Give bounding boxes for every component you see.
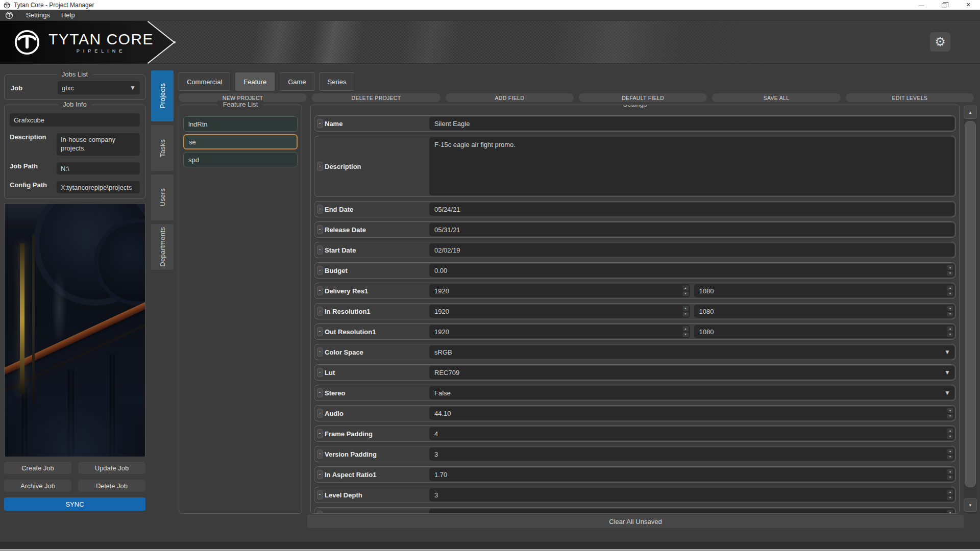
spinner-up-icon[interactable]: ▲	[947, 306, 953, 311]
collapse-row-button[interactable]: -	[317, 347, 323, 357]
stepper[interactable]: ▲▼	[947, 469, 953, 480]
collapse-row-button[interactable]: -	[317, 429, 323, 438]
spinner-up-icon[interactable]: ▲	[947, 489, 953, 495]
settings-value-field[interactable]: 05/24/21	[429, 203, 954, 216]
collapse-row-button[interactable]: -	[317, 327, 323, 336]
settings-value-field[interactable]: 44.10▲▼	[429, 407, 954, 420]
clear-all-unsaved-button[interactable]: Clear All Unsaved	[307, 515, 964, 528]
feature-list-item[interactable]: lndRtn	[183, 116, 298, 132]
tab-projects[interactable]: Projects	[151, 70, 174, 121]
tab-game[interactable]: Game	[280, 72, 314, 91]
stepper[interactable]: ▲▼	[682, 326, 689, 337]
delete-project-button[interactable]: DELETE PROJECT	[312, 93, 440, 102]
default-field-button[interactable]: DEFAULT FIELD	[579, 93, 707, 102]
collapse-row-button[interactable]: -	[317, 449, 323, 459]
spinner-up-icon[interactable]: ▲	[947, 428, 953, 434]
settings-value-field[interactable]: Silent Eagle	[429, 117, 954, 130]
collapse-row-button[interactable]: -	[317, 286, 323, 295]
stepper[interactable]: ▲▼	[947, 428, 953, 439]
collapse-row-button[interactable]: -	[317, 368, 323, 377]
stepper[interactable]: ▲▼	[947, 408, 953, 419]
feature-list-item[interactable]: spd	[183, 152, 298, 167]
spinner-up-icon[interactable]: ▲	[682, 285, 689, 291]
settings-value-field[interactable]: 3▲▼	[429, 447, 954, 461]
settings-value-field[interactable]: False▼	[429, 386, 954, 399]
stepper[interactable]: ▲▼	[947, 265, 953, 276]
spinner-down-icon[interactable]: ▼	[947, 291, 953, 297]
spinner-down-icon[interactable]: ▼	[947, 475, 953, 481]
spinner-down-icon[interactable]: ▼	[947, 332, 953, 338]
job-path-input[interactable]: N:\	[57, 162, 140, 174]
menu-item-settings[interactable]: Settings	[20, 10, 56, 20]
collapse-row-button[interactable]: -	[317, 511, 323, 514]
settings-value-field[interactable]: 05/31/21	[429, 223, 954, 236]
job-description-textarea[interactable]: In-house company projects.	[57, 133, 140, 156]
tab-feature[interactable]: Feature	[235, 72, 275, 91]
spinner-down-icon[interactable]: ▼	[682, 332, 689, 338]
edit-levels-button[interactable]: EDIT LEVELS	[846, 93, 974, 102]
archive-job-button[interactable]: Archive Job	[4, 480, 71, 492]
spinner-down-icon[interactable]: ▼	[947, 271, 953, 277]
sync-button[interactable]: SYNC	[4, 497, 145, 511]
collapse-row-button[interactable]: -	[317, 470, 323, 479]
stepper[interactable]: ▲▼	[682, 285, 689, 296]
chevron-down-icon[interactable]: ▼	[944, 369, 950, 376]
spinner-down-icon[interactable]: ▼	[947, 434, 953, 440]
add-field-button[interactable]: ADD FIELD	[446, 93, 574, 102]
tab-tasks[interactable]: Tasks	[151, 125, 174, 171]
settings-value-field[interactable]: sRGB▼	[429, 345, 954, 359]
collapse-row-button[interactable]: -	[317, 388, 323, 397]
stepper[interactable]: ▲▼	[947, 285, 953, 296]
job-select[interactable]: gfxc ▼	[58, 81, 140, 94]
spinner-up-icon[interactable]: ▲	[682, 306, 689, 311]
feature-list-item[interactable]: se	[183, 134, 298, 149]
spinner-up-icon[interactable]: ▲	[947, 408, 953, 413]
chevron-down-icon[interactable]: ▼	[944, 348, 950, 356]
spinner-up-icon[interactable]: ▲	[947, 285, 953, 291]
stepper[interactable]: ▲▼	[947, 489, 953, 500]
collapse-row-button[interactable]: -	[317, 225, 323, 234]
spinner-up-icon[interactable]: ▲	[947, 265, 953, 270]
stepper[interactable]: ▲▼	[947, 306, 953, 317]
collapse-row-button[interactable]: -	[317, 119, 323, 128]
menu-item-help[interactable]: Help	[56, 10, 81, 20]
chevron-down-icon[interactable]: ▼	[944, 389, 950, 396]
spinner-up-icon[interactable]: ▲	[947, 326, 953, 332]
tab-users[interactable]: Users	[151, 174, 174, 220]
scroll-down-button[interactable]: ▼	[964, 498, 977, 512]
tab-departments[interactable]: Departments	[151, 224, 174, 270]
close-button[interactable]: ✕	[957, 0, 980, 10]
collapse-row-button[interactable]: -	[317, 205, 323, 214]
delete-job-button[interactable]: Delete Job	[78, 480, 145, 492]
collapse-row-button[interactable]: -	[317, 409, 323, 418]
spinner-down-icon[interactable]: ▼	[947, 495, 953, 501]
settings-value-field[interactable]: 0.00▲▼	[429, 264, 954, 277]
spinner-down-icon[interactable]: ▼	[682, 291, 689, 297]
scroll-thumb[interactable]	[965, 121, 976, 487]
settings-value-field[interactable]: 3▲▼	[429, 488, 954, 502]
maximize-button[interactable]	[933, 0, 957, 10]
spinner-down-icon[interactable]: ▼	[947, 455, 953, 460]
settings-value-field[interactable]: REC709▼	[429, 366, 954, 379]
settings-value-field[interactable]: 1920▲▼	[429, 305, 690, 318]
config-path-input[interactable]: X:tytancorepipe\projects	[57, 181, 140, 193]
minimize-button[interactable]: —	[910, 0, 933, 10]
stepper[interactable]: ▲▼	[682, 306, 689, 317]
settings-value-field[interactable]: 1920▲▼	[429, 325, 690, 338]
settings-value-field[interactable]: 02/02/19	[429, 243, 954, 257]
spinner-up-icon[interactable]: ▲	[947, 469, 953, 474]
settings-value-field[interactable]: 1920▲▼	[429, 284, 690, 297]
update-job-button[interactable]: Update Job	[78, 462, 145, 474]
settings-value-field[interactable]: 1.70▲▼	[429, 509, 954, 514]
save-all-button[interactable]: SAVE ALL	[712, 93, 840, 102]
create-job-button[interactable]: Create Job	[4, 462, 71, 474]
settings-value-field[interactable]: 1.70▲▼	[429, 468, 954, 481]
stepper[interactable]: ▲▼	[947, 326, 953, 337]
collapse-row-button[interactable]: -	[317, 266, 323, 275]
settings-scrollbar[interactable]: ▲ ▼	[964, 106, 977, 513]
scroll-up-button[interactable]: ▲	[964, 106, 977, 119]
settings-gear-button[interactable]: ⚙	[930, 32, 950, 52]
collapse-row-button[interactable]: -	[317, 490, 323, 499]
tab-series[interactable]: Series	[320, 72, 355, 91]
job-name-input[interactable]: Grafxcube	[10, 113, 140, 127]
